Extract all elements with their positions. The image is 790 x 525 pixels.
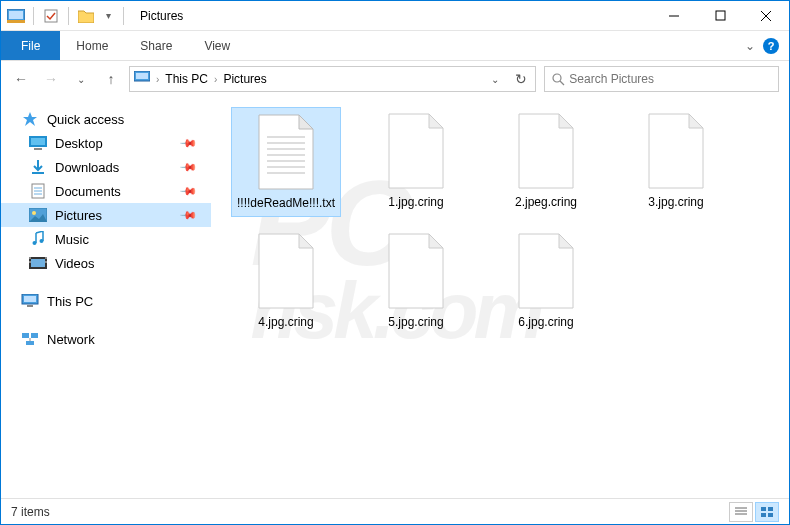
sidebar-item-pictures[interactable]: Pictures 📌 [1,203,211,227]
sidebar-item-label: Videos [55,256,95,271]
sidebar-item-label: Quick access [47,112,124,127]
thumbnails-view-button[interactable] [755,502,779,522]
text-file-icon [251,112,321,192]
maximize-button[interactable] [697,1,743,31]
file-item[interactable]: 6.jpg.cring [491,227,601,335]
folder-icon[interactable] [77,7,95,25]
forward-button[interactable]: → [41,69,61,89]
addressbar[interactable]: › This PC › Pictures ⌄ ↻ [129,66,536,92]
details-view-button[interactable] [729,502,753,522]
file-label: 6.jpg.cring [518,315,573,331]
blank-file-icon [251,231,321,311]
chevron-right-icon[interactable]: › [214,74,217,85]
qat-properties-icon[interactable] [42,7,60,25]
file-list[interactable]: !!!!deReadMe!!!.txt1.jpg.cring2.jpeg.cri… [211,97,789,499]
documents-icon [29,182,47,200]
pin-icon: 📌 [178,133,197,152]
titlebar: ▾ Pictures [1,1,789,31]
network-icon [21,330,39,348]
svg-rect-31 [24,296,36,302]
crumb-thispc[interactable]: This PC [161,72,212,86]
blank-file-icon [511,111,581,191]
svg-rect-9 [136,73,148,79]
file-item[interactable]: 4.jpg.cring [231,227,341,335]
qat-dropdown-icon[interactable]: ▾ [99,7,117,25]
svg-rect-48 [768,507,773,511]
svg-rect-5 [716,11,725,20]
sidebar-item-desktop[interactable]: Desktop 📌 [1,131,211,155]
address-dropdown-icon[interactable]: ⌄ [485,69,505,89]
view-tab[interactable]: View [188,31,246,60]
sidebar-item-videos[interactable]: Videos [1,251,211,275]
svg-rect-50 [768,513,773,517]
downloads-icon [29,158,47,176]
file-label: 2.jpeg.cring [515,195,577,211]
search-icon [551,72,565,86]
address-row: ← → ⌄ ↑ › This PC › Pictures ⌄ ↻ [1,61,789,97]
sidebar-item-label: Desktop [55,136,103,151]
svg-rect-33 [22,333,29,338]
videos-icon [29,254,47,272]
star-icon [21,110,39,128]
share-tab[interactable]: Share [124,31,188,60]
svg-point-22 [33,241,37,245]
statusbar: 7 items [1,498,789,524]
chevron-right-icon[interactable]: › [156,74,159,85]
sidebar-thispc[interactable]: This PC [1,289,211,313]
music-icon [29,230,47,248]
sidebar-item-label: Documents [55,184,121,199]
file-tab[interactable]: File [1,31,60,60]
sidebar-item-label: This PC [47,294,93,309]
file-item[interactable]: 5.jpg.cring [361,227,471,335]
up-button[interactable]: ↑ [101,69,121,89]
searchbox[interactable] [544,66,779,92]
sidebar-network[interactable]: Network [1,327,211,351]
expand-ribbon-icon[interactable]: ⌄ [745,39,755,53]
file-label: 5.jpg.cring [388,315,443,331]
svg-rect-49 [761,513,766,517]
svg-rect-14 [34,148,42,150]
recent-dropdown-icon[interactable]: ⌄ [71,69,91,89]
crumb-pictures[interactable]: Pictures [219,72,270,86]
sidebar-item-music[interactable]: Music [1,227,211,251]
blank-file-icon [381,111,451,191]
svg-rect-3 [45,10,57,22]
file-label: 4.jpg.cring [258,315,313,331]
svg-rect-2 [7,20,25,23]
svg-line-11 [560,81,564,85]
svg-rect-34 [31,333,38,338]
file-item[interactable]: 1.jpg.cring [361,107,471,217]
desktop-icon [29,134,47,152]
window-title: Pictures [140,9,183,23]
home-tab[interactable]: Home [60,31,124,60]
file-item[interactable]: 2.jpeg.cring [491,107,601,217]
svg-rect-25 [31,259,45,267]
sidebar-item-downloads[interactable]: Downloads 📌 [1,155,211,179]
sidebar-item-label: Music [55,232,89,247]
sidebar-quickaccess[interactable]: Quick access [1,107,211,131]
sidebar-item-documents[interactable]: Documents 📌 [1,179,211,203]
svg-rect-32 [27,305,33,307]
file-label: !!!!deReadMe!!!.txt [237,196,335,212]
pin-icon: 📌 [178,181,197,200]
help-icon[interactable]: ? [763,38,779,54]
file-item[interactable]: 3.jpg.cring [621,107,731,217]
close-button[interactable] [743,1,789,31]
search-input[interactable] [569,72,772,86]
file-item[interactable]: !!!!deReadMe!!!.txt [231,107,341,217]
ribbon: File Home Share View ⌄ ? [1,31,789,61]
svg-rect-27 [29,261,31,263]
thispc-crumb-icon [134,71,150,87]
pictures-icon [29,206,47,224]
minimize-button[interactable] [651,1,697,31]
blank-file-icon [381,231,451,311]
refresh-button[interactable]: ↻ [511,69,531,89]
back-button[interactable]: ← [11,69,31,89]
thispc-icon [21,292,39,310]
file-label: 1.jpg.cring [388,195,443,211]
sidebar: Quick access Desktop 📌 Downloads 📌 Docum… [1,97,211,499]
svg-point-10 [553,74,561,82]
svg-rect-26 [29,257,31,259]
svg-rect-35 [26,341,34,345]
svg-rect-13 [31,138,45,145]
